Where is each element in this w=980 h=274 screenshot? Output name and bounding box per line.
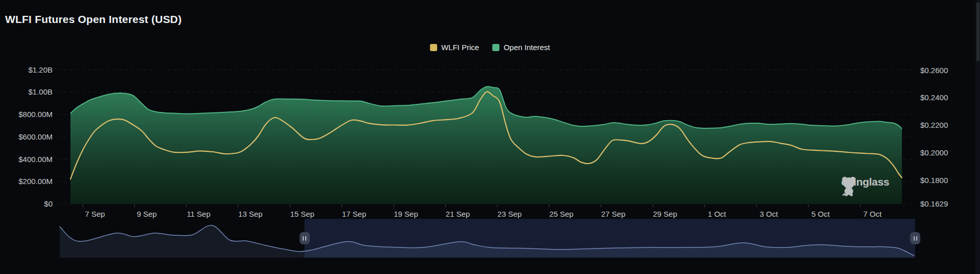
x-axis-label: 5 Oct: [803, 210, 839, 218]
x-axis-label: 27 Sep: [596, 210, 631, 218]
x-axis-label: 19 Sep: [388, 210, 424, 218]
y-axis-label-right: $0.2000: [920, 148, 948, 157]
x-axis-label: 13 Sep: [233, 210, 268, 218]
y-axis-label-right: $0.1629: [920, 199, 948, 208]
y-axis-label-left: $1.20B: [4, 65, 53, 74]
x-axis-label: 29 Sep: [647, 210, 683, 218]
y-axis-label-left: $800.00M: [4, 110, 53, 119]
navigator-left-handle[interactable]: [300, 232, 310, 244]
x-axis-label: 23 Sep: [492, 210, 527, 218]
chart-panel: WLFI Futures Open Interest (USD) WLFI Pr…: [0, 0, 980, 274]
x-axis-label: 7 Sep: [77, 210, 113, 218]
y-axis-label-right: $0.2600: [920, 66, 948, 75]
y-axis-label-right: $0.2200: [920, 121, 948, 129]
y-axis-label-left: $400.00M: [4, 155, 53, 164]
x-axis-label: 17 Sep: [336, 210, 372, 218]
y-axis-label-left: $0: [4, 199, 53, 208]
x-axis-label: 1 Oct: [699, 210, 735, 218]
y-axis-label-left: $200.00M: [4, 177, 53, 186]
x-axis-label: 15 Sep: [284, 210, 320, 218]
y-axis-label-left: $1.00B: [4, 87, 53, 96]
coinglass-bear-icon: [841, 176, 856, 196]
y-axis-label-right: $0.2400: [920, 93, 948, 102]
coinglass-watermark: coinglass: [841, 176, 889, 188]
x-axis-label: 25 Sep: [544, 210, 579, 218]
y-axis-label-right: $0.1800: [920, 176, 948, 185]
x-axis-label: 21 Sep: [440, 210, 476, 218]
x-axis-label: 3 Oct: [751, 210, 787, 218]
x-axis-label: 9 Sep: [129, 210, 165, 218]
x-axis-label: 11 Sep: [181, 210, 216, 218]
x-axis-label: 7 Oct: [854, 210, 890, 218]
y-axis-label-left: $600.00M: [4, 132, 53, 141]
navigator-right-handle[interactable]: [910, 232, 920, 244]
main-chart-canvas[interactable]: [0, 0, 980, 274]
open-interest-area: [70, 86, 902, 204]
scrollbar-thumb[interactable]: [976, 2, 979, 61]
